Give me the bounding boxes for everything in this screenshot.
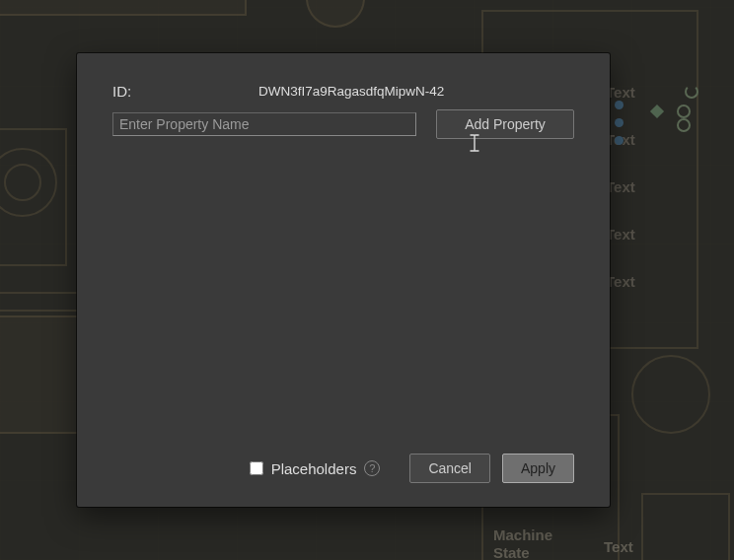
placeholders-toggle: Placeholders ? <box>250 460 381 477</box>
add-property-row: Add Property <box>112 109 574 139</box>
id-value: DWN3fI7a9RagasdfqMipwN-42 <box>258 84 574 99</box>
property-dialog: ID: DWN3fI7a9RagasdfqMipwN-42 Add Proper… <box>77 53 610 507</box>
add-property-button[interactable]: Add Property <box>436 109 574 139</box>
help-icon[interactable]: ? <box>364 460 380 476</box>
cancel-button[interactable]: Cancel <box>409 454 490 483</box>
property-list-area <box>112 153 574 454</box>
placeholders-checkbox[interactable] <box>250 461 263 475</box>
id-label: ID: <box>112 83 251 100</box>
dialog-footer: Placeholders ? Cancel Apply <box>112 454 574 483</box>
placeholders-label: Placeholders <box>271 460 357 477</box>
apply-button[interactable]: Apply <box>502 454 574 483</box>
id-row: ID: DWN3fI7a9RagasdfqMipwN-42 <box>112 83 574 100</box>
property-name-input[interactable] <box>112 112 416 136</box>
